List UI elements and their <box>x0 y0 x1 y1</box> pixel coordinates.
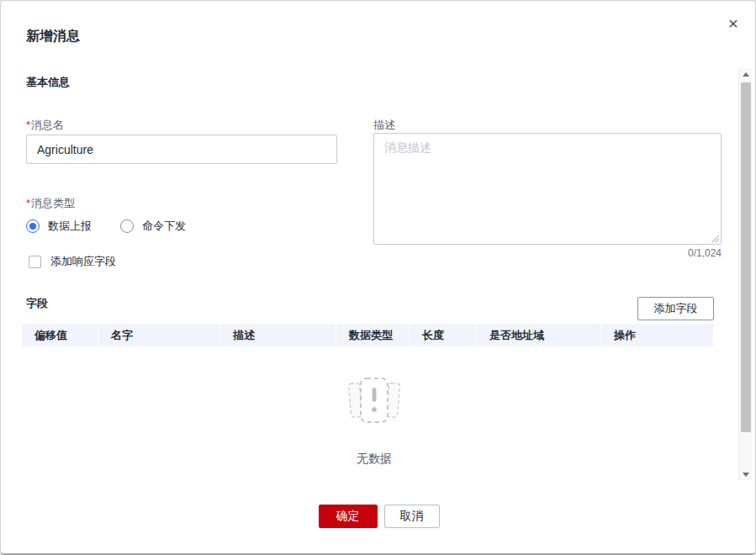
add-response-field-checkbox[interactable]: 添加响应字段 <box>29 254 116 269</box>
checkbox-label: 添加响应字段 <box>50 254 116 269</box>
message-type-radio-group: 数据上报 命令下发 <box>26 219 214 234</box>
no-data-text: 无数据 <box>22 452 727 467</box>
column-header-description: 描述 <box>219 324 336 346</box>
scroll-down-arrow-icon[interactable] <box>739 468 753 480</box>
fields-section-title: 字段 <box>26 296 48 311</box>
column-header-length: 长度 <box>409 324 476 346</box>
no-data-icon <box>347 376 401 425</box>
scrollbar-thumb[interactable] <box>741 82 751 432</box>
message-name-label: *消息名 <box>26 118 64 133</box>
radio-label: 命令下发 <box>142 219 186 234</box>
fields-table-header: 偏移值 名字 描述 数据类型 长度 是否地址域 操作 <box>22 324 713 346</box>
column-header-offset: 偏移值 <box>22 324 98 346</box>
char-counter: 0/1,024 <box>373 247 722 259</box>
description-label: 描述 <box>373 118 395 133</box>
dialog-footer: 确定 取消 <box>1 505 756 528</box>
dialog-title: 新增消息 <box>26 28 80 45</box>
vertical-scrollbar[interactable] <box>738 68 752 480</box>
description-textarea[interactable] <box>373 133 722 245</box>
radio-data-report[interactable]: 数据上报 <box>26 219 92 234</box>
radio-selected-icon <box>26 219 40 233</box>
column-header-datatype: 数据类型 <box>336 324 409 346</box>
column-header-addressfield: 是否地址域 <box>476 324 600 346</box>
cancel-button[interactable]: 取消 <box>384 505 440 528</box>
close-icon[interactable]: × <box>722 13 744 34</box>
checkbox-icon <box>29 256 41 268</box>
add-message-dialog: 新增消息 × 基本信息 *消息名 描述 0/1,024 *消息类型 数据上报 命… <box>0 0 756 555</box>
confirm-button[interactable]: 确定 <box>319 505 378 528</box>
basic-info-section-title: 基本信息 <box>26 75 70 90</box>
radio-unselected-icon <box>120 219 134 233</box>
description-field-wrap <box>373 133 722 245</box>
resize-grip-icon[interactable] <box>711 234 719 242</box>
radio-command-delivery[interactable]: 命令下发 <box>120 219 186 234</box>
column-header-name: 名字 <box>98 324 219 346</box>
radio-label: 数据上报 <box>48 219 92 234</box>
message-type-label: *消息类型 <box>26 196 75 211</box>
message-name-input[interactable] <box>26 135 337 164</box>
scroll-up-arrow-icon[interactable] <box>739 68 753 80</box>
required-asterisk: * <box>26 197 30 209</box>
column-header-operation: 操作 <box>600 324 713 346</box>
required-asterisk: * <box>26 119 30 131</box>
add-field-button[interactable]: 添加字段 <box>637 297 714 320</box>
